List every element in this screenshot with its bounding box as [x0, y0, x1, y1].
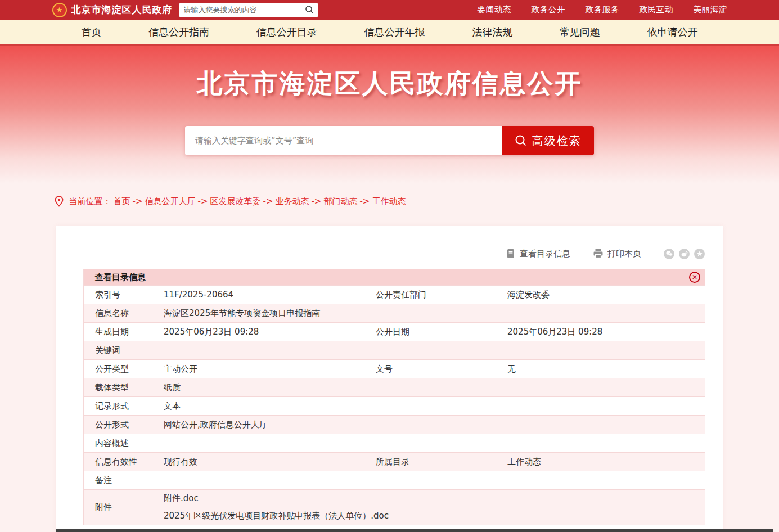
top-links: 要闻动态 政务公开 政务服务 政民互动 美丽海淀 — [478, 4, 727, 15]
table-row: 载体类型 纸质 — [84, 378, 705, 397]
field-label: 公开责任部门 — [364, 286, 496, 304]
top-search-input[interactable] — [184, 6, 305, 14]
table-row-attachments: 附件 附件.doc 2025年区级光伏发电项目财政补贴申报表（法人单位）.doc — [84, 490, 705, 525]
view-catalog-label: 查看目录信息 — [520, 249, 570, 259]
attachment-link[interactable]: 附件.doc — [164, 490, 699, 507]
field-value: 2025年06月23日 09:28 — [496, 323, 705, 341]
banner-search-input[interactable] — [185, 126, 502, 155]
field-label: 关键词 — [84, 341, 152, 360]
table-row: 索引号 11F/2025-20664 公开责任部门 海淀发改委 — [84, 286, 705, 304]
field-label: 文号 — [364, 360, 496, 378]
main-nav: 首页 信息公开指南 信息公开目录 信息公开年报 法律法规 常见问题 依申请公开 — [0, 20, 779, 46]
close-icon[interactable]: ✕ — [689, 272, 700, 283]
attachment-link[interactable]: 2025年区级光伏发电项目财政补贴申报表（法人单位）.doc — [164, 507, 699, 525]
field-value: 无 — [496, 360, 705, 378]
table-row: 备注 — [84, 471, 705, 490]
wechat-share-icon[interactable] — [664, 249, 674, 259]
breadcrumb-home[interactable]: 首页 — [114, 196, 130, 207]
field-value — [152, 434, 705, 453]
share-icons — [664, 249, 705, 259]
location-pin-icon — [55, 196, 64, 207]
field-label: 备注 — [84, 471, 152, 490]
breadcrumb-commission[interactable]: 区发展改革委 — [210, 196, 260, 207]
page-title: 北京市海淀区人民政府信息公开 — [0, 46, 779, 101]
field-label: 索引号 — [84, 286, 152, 304]
hero-banner: 北京市海淀区人民政府信息公开 高级检索 — [0, 46, 779, 183]
print-page-button[interactable]: 打印本页 — [593, 249, 641, 259]
table-row: 公开形式 网站公开,政府信息公开大厅 — [84, 416, 705, 434]
document-icon — [506, 249, 516, 259]
top-search-box[interactable] — [179, 3, 318, 17]
nav-annual-report[interactable]: 信息公开年报 — [364, 25, 425, 39]
field-value: 文本 — [152, 397, 705, 416]
weibo-share-icon[interactable] — [679, 249, 690, 259]
advanced-search-label: 高级检索 — [532, 133, 582, 148]
field-value: 2025年06月23日 09:28 — [152, 323, 364, 341]
breadcrumb-business[interactable]: 业务动态 — [275, 196, 309, 207]
field-label: 信息有效性 — [84, 453, 152, 471]
nav-faq[interactable]: 常见问题 — [560, 25, 600, 39]
field-label: 公开日期 — [364, 323, 496, 341]
favorite-star-icon[interactable] — [694, 249, 705, 259]
site-title[interactable]: 北京市海淀区人民政府 — [71, 3, 173, 16]
nav-disclosure-guide[interactable]: 信息公开指南 — [148, 25, 209, 39]
breadcrumb-work[interactable]: 工作动态 — [372, 196, 406, 207]
field-label: 公开形式 — [84, 416, 152, 434]
field-label: 记录形式 — [84, 397, 152, 416]
field-value: 纸质 — [152, 378, 705, 397]
top-link-gov-open[interactable]: 政务公开 — [532, 4, 565, 15]
nav-laws[interactable]: 法律法规 — [472, 25, 512, 39]
breadcrumb-hall[interactable]: 信息公开大厅 — [145, 196, 195, 207]
field-value: 海淀发改委 — [496, 286, 705, 304]
field-value: 11F/2025-20664 — [152, 286, 364, 304]
breadcrumb-separator: -> — [263, 196, 273, 206]
field-label: 生成日期 — [84, 323, 152, 341]
breadcrumb-separator: -> — [197, 196, 208, 206]
national-emblem-icon: ★ — [52, 3, 67, 17]
advanced-search-button[interactable]: 高级检索 — [502, 126, 594, 155]
magnifier-icon — [515, 134, 527, 147]
top-link-interaction[interactable]: 政民互动 — [640, 4, 673, 15]
field-value: 海淀区2025年节能专项资金项目申报指南 — [152, 304, 705, 323]
field-value — [152, 341, 705, 360]
field-value — [152, 471, 705, 490]
search-icon[interactable] — [305, 5, 314, 15]
field-label: 所属目录 — [364, 453, 496, 471]
nav-disclosure-catalog[interactable]: 信息公开目录 — [256, 25, 317, 39]
field-label: 载体类型 — [84, 378, 152, 397]
field-label: 信息名称 — [84, 304, 152, 323]
printer-icon — [593, 249, 604, 259]
field-value: 工作动态 — [496, 453, 705, 471]
field-value: 主动公开 — [152, 360, 364, 378]
content-card: 查看目录信息 打印本页 — [56, 226, 723, 532]
table-row: 记录形式 文本 — [84, 397, 705, 416]
breadcrumb-prefix: 当前位置： — [69, 196, 111, 207]
breadcrumb-separator: -> — [359, 196, 370, 206]
table-header-row: 查看目录信息 ✕ — [84, 269, 705, 286]
breadcrumb-separator: -> — [311, 196, 321, 206]
field-value: 现行有效 — [152, 453, 364, 471]
catalog-info-table: 查看目录信息 ✕ 索引号 11F/2025-20664 公开责任部门 海淀发改委… — [83, 269, 705, 525]
nav-apply-disclosure[interactable]: 依申请公开 — [647, 25, 697, 39]
nav-home[interactable]: 首页 — [82, 25, 102, 39]
top-link-beautiful-haidian[interactable]: 美丽海淀 — [694, 4, 727, 15]
breadcrumb-department[interactable]: 部门动态 — [323, 196, 357, 207]
table-title: 查看目录信息 — [95, 272, 146, 283]
breadcrumb: 当前位置： 首页 -> 信息公开大厅 -> 区发展改革委 -> 业务动态 -> … — [69, 196, 406, 207]
view-catalog-button[interactable]: 查看目录信息 — [506, 249, 570, 259]
top-bar: ★ 北京市海淀区人民政府 要闻动态 政务公开 政务服务 政民互动 美丽海淀 — [0, 0, 779, 20]
breadcrumb-separator: -> — [133, 196, 143, 206]
table-row: 信息有效性 现行有效 所属目录 工作动态 — [84, 453, 705, 471]
top-link-gov-service[interactable]: 政务服务 — [586, 4, 619, 15]
print-page-label: 打印本页 — [607, 249, 641, 259]
field-label: 公开类型 — [84, 360, 152, 378]
field-label: 附件 — [84, 490, 152, 525]
breadcrumb-bar: 当前位置： 首页 -> 信息公开大厅 -> 区发展改革委 -> 业务动态 -> … — [52, 190, 727, 215]
table-row: 关键词 — [84, 341, 705, 360]
field-label: 内容概述 — [84, 434, 152, 453]
article-toolbar: 查看目录信息 打印本页 — [83, 246, 705, 261]
field-value: 网站公开,政府信息公开大厅 — [152, 416, 705, 434]
table-row: 信息名称 海淀区2025年节能专项资金项目申报指南 — [84, 304, 705, 323]
top-link-news[interactable]: 要闻动态 — [478, 4, 511, 15]
table-row: 生成日期 2025年06月23日 09:28 公开日期 2025年06月23日 … — [84, 323, 705, 341]
